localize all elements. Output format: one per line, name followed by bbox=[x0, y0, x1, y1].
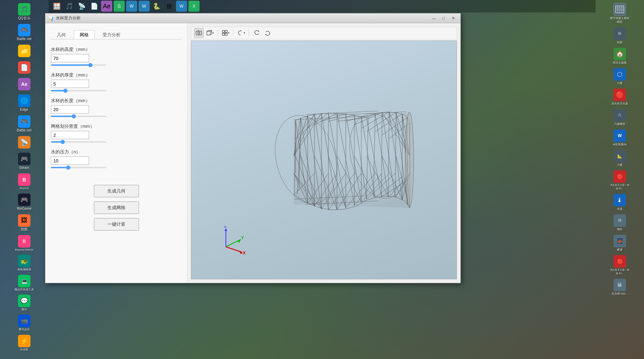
right-icon-fire2-label: 消火栓灭火器一体箱 刘... bbox=[610, 183, 629, 190]
toolbar-grid-btn[interactable]: ▾ bbox=[221, 28, 230, 38]
one-click-calc-button[interactable]: 一键计算 bbox=[94, 218, 139, 231]
right-icon-fire2[interactable]: 🔴 消火栓灭火器一体箱 刘... bbox=[609, 169, 630, 192]
window-title: 水杯受力分析 bbox=[56, 15, 429, 21]
right-icon-temp-label: 水温 bbox=[617, 207, 623, 211]
desktop-icon-beyond-label: Beyond bbox=[19, 187, 29, 190]
right-icon-wall[interactable]: 墙 墙柱 bbox=[609, 213, 630, 233]
taskbar-app-py[interactable]: 🐍 bbox=[151, 1, 162, 12]
viewport-panel: ▾ ▾ bbox=[187, 23, 460, 283]
taskbar-app-grid[interactable]: ⊞ bbox=[164, 1, 175, 12]
right-icon-hexgrid[interactable]: ⬡ 六楼 bbox=[609, 67, 630, 87]
gen-mesh-button[interactable]: 生成网格 bbox=[94, 201, 139, 214]
desktop-icon-steam[interactable]: 🎮 Steam bbox=[14, 151, 35, 171]
param-cup-thickness-input[interactable] bbox=[51, 80, 89, 88]
taskbar-app-doc[interactable]: 📄 bbox=[89, 1, 100, 12]
param-mesh-density-input[interactable] bbox=[51, 131, 89, 139]
svg-rect-9 bbox=[207, 32, 210, 35]
desktop-icon-meeting[interactable]: 📹 腾讯会议 bbox=[14, 313, 35, 333]
param-water-pressure: 水的压力（n） bbox=[51, 149, 182, 168]
desktop-icon-battlenet2[interactable]: 🎮 Battle.net bbox=[14, 114, 35, 134]
param-cup-height-input[interactable] bbox=[51, 54, 89, 62]
svg-rect-6 bbox=[196, 31, 202, 35]
desktop-icon-beyond[interactable]: B Beyond bbox=[14, 172, 35, 191]
svg-point-7 bbox=[198, 32, 200, 34]
viewport-canvas: Z Y X bbox=[191, 41, 457, 279]
desktop-icon-edge[interactable]: 🌐 Edge bbox=[14, 93, 35, 113]
right-icon-elevation-label: 草坯立面图 bbox=[613, 61, 627, 65]
svg-rect-13 bbox=[225, 30, 227, 33]
param-water-pressure-input[interactable] bbox=[51, 156, 89, 165]
desktop-icon-ibolt[interactable]: ⚡ ibolt器 bbox=[14, 333, 35, 353]
desktop-icon-weixin[interactable]: 💬 微信 bbox=[14, 293, 35, 313]
desktop-icon-turtle[interactable]: 🐢 海龟编辑器 bbox=[14, 253, 35, 273]
toolbar-sep2 bbox=[233, 29, 233, 36]
svg-rect-12 bbox=[222, 30, 224, 33]
toolbar-rotate-btn[interactable]: ▾ bbox=[236, 28, 246, 38]
desktop-icon-wechatdev[interactable]: 💻 微信开发者工具 bbox=[14, 273, 35, 293]
toolbar-sep1 bbox=[218, 29, 218, 36]
tab-analysis[interactable]: 受力分析 bbox=[97, 30, 126, 39]
taskbar-left: 🎵 QQ音乐 🎮 Battle.net 📁 📄 Ae 🌐 Edge 🎮 Batt… bbox=[0, 0, 48, 359]
desktop-icon-battlenet[interactable]: 🎮 Battle.net bbox=[14, 23, 35, 43]
content-area: 几何 网格 受力分析 水杯的高度（mm） bbox=[45, 23, 460, 283]
param-cup-length-input[interactable] bbox=[51, 105, 89, 114]
right-icon-struct4-label: 六楼 bbox=[617, 163, 623, 167]
right-icon-bridge[interactable]: 🌉 桥梁 bbox=[609, 233, 630, 253]
svg-point-136 bbox=[405, 112, 414, 208]
svg-marker-17 bbox=[258, 30, 259, 32]
maximize-button[interactable]: □ bbox=[439, 15, 448, 22]
tab-geometry[interactable]: 几何 bbox=[51, 30, 72, 39]
svg-line-40 bbox=[332, 209, 344, 210]
svg-marker-16 bbox=[240, 30, 242, 31]
right-icon-struct3[interactable]: 六 六楼模型 bbox=[609, 108, 630, 127]
taskbar-app-antenna[interactable]: 📡 bbox=[76, 1, 87, 12]
desktop: 🪟 🎵 📡 📄 Ae S W W 🐍 ⊞ W X 🎵 QQ音乐 🎮 Battle… bbox=[0, 0, 644, 359]
right-icon-structure1[interactable]: 镂空混凝土砌块模型 bbox=[609, 2, 630, 25]
tab-mesh[interactable]: 网格 bbox=[74, 30, 95, 39]
right-icon-word1[interactable]: W M双凤凰09 bbox=[609, 128, 630, 148]
desktop-icon-folder[interactable]: 📁 bbox=[14, 43, 35, 59]
right-icon-temp[interactable]: 🌡 水温 bbox=[609, 192, 630, 212]
taskbar-app-windows[interactable]: 🪟 bbox=[51, 1, 62, 12]
svg-line-143 bbox=[226, 247, 241, 252]
toolbar-refresh2-btn[interactable] bbox=[263, 28, 273, 38]
desktop-icon-doc[interactable]: 📄 bbox=[14, 60, 35, 76]
desktop-icon-ruijie[interactable]: 📡 bbox=[14, 135, 35, 151]
desktop-icon-wegame[interactable]: 🎮 WeGame bbox=[14, 192, 35, 212]
svg-marker-18 bbox=[265, 34, 266, 35]
desktop-icon-meeting-label: 腾讯会议 bbox=[19, 328, 30, 331]
taskbar-app-excel[interactable]: X bbox=[188, 1, 200, 12]
right-icon-struct2[interactable]: 矩 矩面 bbox=[609, 26, 630, 46]
desktop-icon-ae[interactable]: Ae bbox=[14, 77, 35, 92]
close-button[interactable]: ✕ bbox=[449, 15, 458, 22]
taskbar-right: 镂空混凝土砌块模型 矩 矩面 🏠 草坯立面图 ⬡ 六楼 🔴 消火栓灭火器 六 六… bbox=[596, 0, 644, 359]
gen-geometry-button[interactable]: 生成几何 bbox=[94, 185, 139, 197]
desktop-icon-qqmusic[interactable]: 🎵 QQ音乐 bbox=[14, 2, 35, 22]
toolbar-refresh1-btn[interactable] bbox=[252, 28, 262, 38]
right-icon-elevation[interactable]: 🏠 草坯立面图 bbox=[609, 46, 630, 66]
desktop-icon-battlenet-label: Battle.net bbox=[17, 37, 32, 41]
toolbar-camera-btn[interactable] bbox=[194, 28, 204, 38]
taskbar-app-word3[interactable]: W bbox=[176, 1, 187, 12]
taskbar-app-sheets[interactable]: S bbox=[114, 1, 125, 12]
right-icon-fire1[interactable]: 🔴 消火栓灭火器 bbox=[609, 87, 630, 107]
param-cup-height: 水杯的高度（mm） bbox=[51, 46, 182, 66]
desktop-icon-beyond2[interactable]: B Beyond Effects bbox=[14, 234, 35, 253]
right-icon-fire3[interactable]: 🔴 消火栓灭火器一体箱 刘... bbox=[609, 254, 630, 277]
desktop-icon-jiantu[interactable]: 🖼 简图 bbox=[14, 213, 35, 233]
right-icon-struct4[interactable]: 📐 六楼 bbox=[609, 149, 630, 168]
minimize-button[interactable]: — bbox=[429, 15, 438, 22]
toolbar-box-btn[interactable]: ▾ bbox=[205, 28, 215, 38]
svg-text:X: X bbox=[243, 251, 246, 255]
right-icon-struct2-label: 矩面 bbox=[617, 41, 623, 44]
svg-text:Y: Y bbox=[241, 235, 244, 240]
window-controls: — □ ✕ bbox=[429, 15, 458, 22]
window-body: 几何 网格 受力分析 水杯的高度（mm） bbox=[45, 23, 460, 283]
taskbar-app-word2[interactable]: W bbox=[139, 1, 150, 12]
taskbar-app-ae[interactable]: Ae bbox=[101, 1, 112, 12]
param-mesh-density: 网格划分密度（mm） bbox=[51, 123, 182, 143]
taskbar-app-qqmusic[interactable]: 🎵 bbox=[64, 1, 75, 12]
taskbar-app-word1[interactable]: W bbox=[126, 1, 137, 12]
window-titlebar: 📊 水杯受力分析 — □ ✕ bbox=[45, 14, 460, 23]
right-icon-monument[interactable]: 🏛 纪念碑.000... bbox=[609, 277, 630, 297]
